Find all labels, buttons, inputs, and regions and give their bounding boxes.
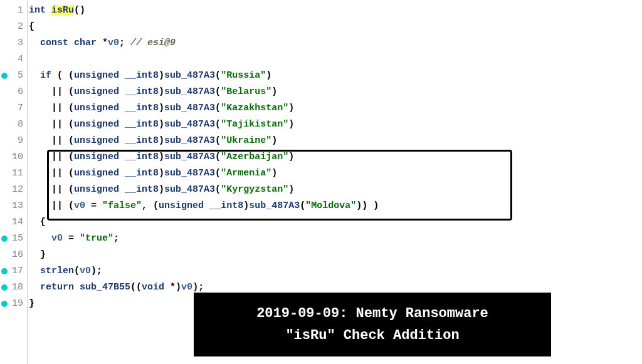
code-line: || (unsigned __int8)sub_487A3("Tajikista…	[29, 117, 379, 133]
gutter-line: 9	[0, 133, 23, 149]
line-number: 11	[12, 168, 23, 179]
line-number: 13	[12, 200, 23, 211]
line-number: 19	[12, 298, 23, 309]
breakpoint-icon	[1, 73, 8, 79]
line-number: 18	[12, 282, 23, 293]
line-number: 12	[12, 184, 23, 195]
code-line: if ( (unsigned __int8)sub_487A3("Russia"…	[29, 68, 379, 84]
gutter-line: 16	[0, 247, 23, 263]
code-line: const char *v0; // esi@9	[29, 35, 379, 51]
line-number: 2	[18, 21, 23, 32]
line-number: 10	[12, 152, 23, 162]
line-number: 5	[18, 70, 23, 81]
gutter-line: 18	[0, 279, 23, 296]
line-number: 16	[12, 249, 23, 260]
gutter-line: 12	[0, 182, 23, 198]
gutter-line: 19	[0, 296, 23, 312]
line-number: 6	[18, 86, 23, 97]
code-line: int isRu()	[29, 3, 379, 19]
annotation-line-1: 2019-09-09: Nemty Ransomware	[209, 303, 536, 325]
breakpoint-icon	[1, 301, 8, 307]
code-line: }	[29, 247, 379, 263]
gutter-line: 5	[0, 68, 23, 84]
code-line: {	[29, 214, 379, 231]
breakpoint-icon	[1, 268, 8, 274]
line-number: 9	[18, 135, 23, 146]
code-line: || (unsigned __int8)sub_487A3("Azerbaija…	[29, 149, 379, 165]
line-number: 4	[18, 54, 23, 65]
gutter-line: 6	[0, 84, 23, 100]
gutter-line: 17	[0, 263, 23, 279]
gutter-line: 8	[0, 117, 23, 133]
line-number: 3	[18, 38, 23, 48]
code-line: strlen(v0);	[29, 263, 379, 279]
code-line	[29, 51, 379, 68]
gutter-line: 10	[0, 149, 23, 165]
code-line: || (unsigned __int8)sub_487A3("Armenia")	[29, 165, 379, 182]
gutter-line: 4	[0, 51, 23, 68]
gutter-line: 3	[0, 35, 23, 51]
code-line: {	[29, 19, 379, 35]
gutter-line: 11	[0, 165, 23, 182]
annotation-line-2: "isRu" Check Addition	[209, 325, 536, 346]
gutter-line: 14	[0, 214, 23, 231]
gutter-line: 1	[0, 3, 23, 19]
line-number: 15	[12, 233, 23, 244]
code-line: v0 = "true";	[29, 231, 379, 247]
gutter-line: 7	[0, 100, 23, 117]
code-line: || (unsigned __int8)sub_487A3("Kyrgyzsta…	[29, 182, 379, 198]
gutter-line: 2	[0, 19, 23, 35]
annotation-label: 2019-09-09: Nemty Ransomware "isRu" Chec…	[194, 293, 551, 356]
line-number: 1	[18, 5, 23, 16]
line-number: 7	[18, 103, 23, 113]
line-number: 14	[12, 217, 23, 227]
line-number: 17	[12, 266, 23, 276]
breakpoint-icon	[1, 284, 8, 291]
code-line: || (unsigned __int8)sub_487A3("Belarus")	[29, 84, 379, 100]
breakpoint-icon	[1, 236, 8, 242]
gutter-line: 13	[0, 198, 23, 214]
gutter: 12345678910111213141516171819	[0, 0, 28, 364]
code-line: || (unsigned __int8)sub_487A3("Ukraine")	[29, 133, 379, 149]
code-line: || (v0 = "false", (unsigned __int8)sub_4…	[29, 198, 379, 214]
line-number: 8	[18, 119, 23, 130]
code-line: || (unsigned __int8)sub_487A3("Kazakhsta…	[29, 100, 379, 117]
gutter-line: 15	[0, 231, 23, 247]
